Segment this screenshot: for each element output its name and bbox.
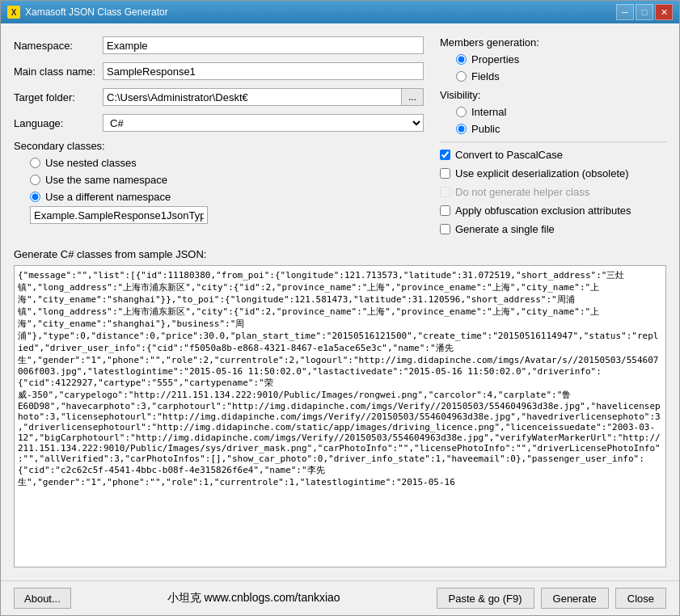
properties-radio[interactable] (456, 54, 467, 65)
explicit-deser-option[interactable]: Use explicit deserialization (obsolete) (440, 167, 666, 179)
same-namespace-radio[interactable] (30, 175, 40, 185)
language-row: Language: C# VB.NET (14, 114, 424, 132)
different-namespace-input[interactable] (30, 206, 208, 224)
language-label: Language: (14, 117, 103, 129)
target-folder-label: Target folder: (14, 91, 103, 103)
members-generation-section: Members generation: Properties Fields (440, 36, 666, 82)
nested-classes-option[interactable]: Use nested classes (30, 157, 424, 169)
members-generation-label: Members generation: (440, 36, 666, 49)
maximize-button[interactable]: □ (636, 4, 653, 20)
explicit-deser-checkbox[interactable] (440, 168, 450, 179)
main-class-row: Main class name: (14, 62, 424, 80)
visibility-section: Visibility: Internal Public (440, 89, 666, 135)
json-section-label: Generate C# classes from sample JSON: (14, 248, 666, 260)
generate-button[interactable]: Generate (541, 588, 609, 609)
target-folder-row: Target folder: ... (14, 88, 424, 106)
footer-buttons: Paste & go (F9) Generate Close (437, 588, 667, 609)
single-file-option[interactable]: Generate a single file (440, 223, 666, 235)
paste-go-button[interactable]: Paste & go (F9) (437, 588, 534, 609)
namespace-label: Namespace: (14, 40, 103, 52)
minimize-button[interactable]: ─ (616, 4, 634, 20)
main-content: Namespace: Main class name: Target folde… (1, 23, 679, 580)
internal-option[interactable]: Internal (456, 106, 666, 118)
pascal-case-checkbox[interactable] (440, 150, 450, 160)
secondary-classes-label: Secondary classes: (14, 140, 424, 152)
about-button[interactable]: About... (14, 588, 71, 609)
obfuscation-checkbox[interactable] (440, 205, 450, 216)
browse-button[interactable]: ... (401, 88, 424, 106)
namespace-input[interactable] (103, 36, 424, 54)
close-window-button[interactable]: ✕ (655, 4, 673, 20)
right-panel: Members generation: Properties Fields (440, 36, 666, 242)
window-controls: ─ □ ✕ (616, 4, 673, 20)
different-namespace-radio[interactable] (30, 192, 40, 202)
pascal-case-option[interactable]: Convert to PascalCase (440, 149, 666, 161)
fields-radio[interactable] (456, 71, 467, 82)
left-panel: Namespace: Main class name: Target folde… (14, 36, 424, 242)
no-helper-option: Do not generate helper class (440, 186, 666, 198)
public-radio[interactable] (456, 124, 467, 134)
public-option[interactable]: Public (456, 123, 666, 135)
divider (440, 141, 666, 142)
different-namespace-option[interactable]: Use a different namespace (30, 191, 424, 203)
window-title: Xamasoft JSON Class Generator (25, 6, 616, 18)
single-file-checkbox[interactable] (440, 224, 450, 234)
json-section: Generate C# classes from sample JSON: (14, 248, 666, 567)
top-section: Namespace: Main class name: Target folde… (14, 36, 666, 242)
namespace-row: Namespace: (14, 36, 424, 54)
language-select[interactable]: C# VB.NET (103, 114, 424, 132)
same-namespace-option[interactable]: Use the same namespace (30, 174, 424, 186)
members-generation-options: Properties Fields (456, 53, 666, 82)
nested-classes-radio[interactable] (30, 158, 40, 168)
close-button[interactable]: Close (615, 588, 666, 609)
visibility-options: Internal Public (456, 106, 666, 135)
main-window: X Xamasoft JSON Class Generator ─ □ ✕ Na… (0, 0, 680, 616)
app-icon: X (7, 6, 20, 19)
secondary-classes-options: Use nested classes Use the same namespac… (30, 157, 424, 203)
target-folder-input[interactable] (103, 88, 401, 106)
properties-option[interactable]: Properties (456, 53, 666, 65)
no-helper-checkbox (440, 187, 450, 197)
visibility-label: Visibility: (440, 89, 666, 101)
main-class-label: Main class name: (14, 65, 103, 78)
footer: About... 小坦克 www.cnblogs.com/tankxiao Pa… (1, 580, 679, 615)
obfuscation-option[interactable]: Apply obfuscation exclusion attributes (440, 205, 666, 217)
internal-radio[interactable] (456, 107, 467, 117)
footer-text: 小坦克 www.cnblogs.com/tankxiao (71, 591, 437, 605)
title-bar: X Xamasoft JSON Class Generator ─ □ ✕ (1, 1, 679, 23)
main-class-input[interactable] (103, 62, 424, 80)
json-textarea[interactable] (14, 265, 666, 567)
secondary-classes-section: Secondary classes: Use nested classes Us… (14, 140, 424, 224)
fields-option[interactable]: Fields (456, 70, 666, 82)
